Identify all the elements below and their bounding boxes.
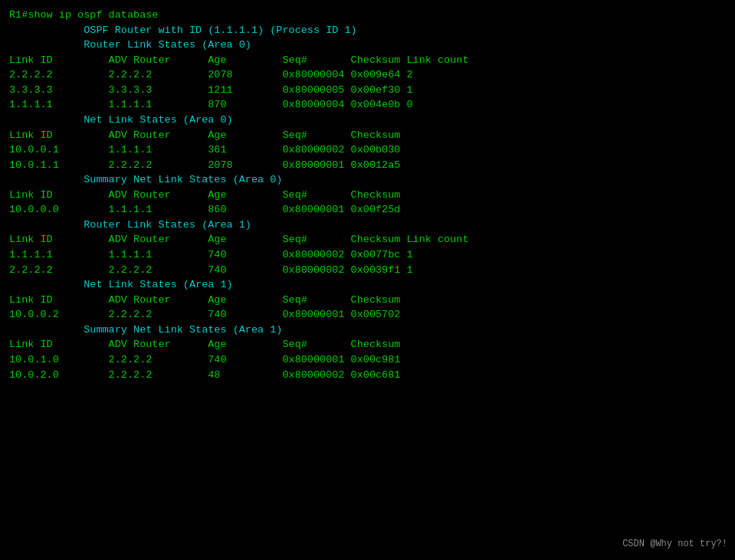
terminal-line-col-header-6: Link ID ADV Router Age Seq# Checksum bbox=[9, 337, 726, 352]
terminal-line-row4-2: 2.2.2.2 2.2.2.2 740 0x80000002 0x0039f1 … bbox=[9, 263, 726, 278]
terminal-line-summary-net-area0-header: Summary Net Link States (Area 0) bbox=[9, 172, 726, 188]
terminal-line-col-header-4: Link ID ADV Router Age Seq# Checksum Lin… bbox=[9, 232, 726, 247]
terminal-line-summary-net-area1-header: Summary Net Link States (Area 1) bbox=[9, 323, 726, 338]
terminal-line-row3-1: 10.0.0.0 1.1.1.1 860 0x80000001 0x00f25d bbox=[9, 202, 726, 218]
terminal-line-row6-1: 10.0.1.0 2.2.2.2 740 0x80000001 0x00c981 bbox=[9, 352, 726, 368]
terminal-line-row5-1: 10.0.0.2 2.2.2.2 740 0x80000001 0x005702 bbox=[9, 307, 726, 323]
terminal-line-row2-1: 10.0.0.1 1.1.1.1 361 0x80000002 0x00b030 bbox=[9, 142, 726, 158]
terminal-line-cmd: R1#show ip ospf database bbox=[9, 8, 726, 23]
terminal-line-col-header-2: Link ID ADV Router Age Seq# Checksum bbox=[9, 128, 726, 143]
terminal-line-net-link-area1-header: Net Link States (Area 1) bbox=[9, 277, 726, 293]
watermark: CSDN @Why not try?! bbox=[622, 538, 727, 551]
terminal-content: R1#show ip ospf database OSPF Router wit… bbox=[9, 8, 726, 382]
terminal-line-row1-3: 1.1.1.1 1.1.1.1 870 0x80000004 0x004e0b … bbox=[9, 97, 726, 113]
terminal-window: R1#show ip ospf database OSPF Router wit… bbox=[0, 0, 735, 560]
terminal-line-row1-2: 3.3.3.3 3.3.3.3 1211 0x80000005 0x00ef30… bbox=[9, 83, 726, 98]
terminal-line-col-header-3: Link ID ADV Router Age Seq# Checksum bbox=[9, 188, 726, 203]
terminal-line-row6-2: 10.0.2.0 2.2.2.2 48 0x80000002 0x00c681 bbox=[9, 368, 726, 383]
terminal-line-col-header-5: Link ID ADV Router Age Seq# Checksum bbox=[9, 293, 726, 308]
terminal-line-col-header-1: Link ID ADV Router Age Seq# Checksum Lin… bbox=[9, 53, 726, 68]
terminal-line-router-link-area1-header: Router Link States (Area 1) bbox=[9, 218, 726, 233]
terminal-line-row2-2: 10.0.1.1 2.2.2.2 2078 0x80000001 0x0012a… bbox=[9, 158, 726, 173]
terminal-line-net-link-area0-header: Net Link States (Area 0) bbox=[9, 113, 726, 128]
terminal-line-router-link-area0-header: Router Link States (Area 0) bbox=[9, 38, 726, 53]
terminal-line-ospf-header: OSPF Router with ID (1.1.1.1) (Process I… bbox=[9, 23, 726, 38]
terminal-line-row1-1: 2.2.2.2 2.2.2.2 2078 0x80000004 0x009e64… bbox=[9, 67, 726, 83]
terminal-line-row4-1: 1.1.1.1 1.1.1.1 740 0x80000002 0x0077bc … bbox=[9, 247, 726, 263]
